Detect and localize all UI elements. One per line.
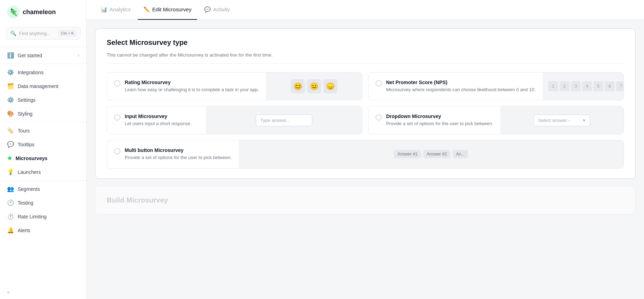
survey-option-nps-left: Net Promoter Score (NPS) Microsurvey whe… [368,72,543,100]
segments-icon: 👥 [7,186,14,192]
sidebar-item-styling[interactable]: 🎨 Styling [0,107,86,121]
survey-option-input-left: Input Microsurvey Let users input a shor… [107,106,206,134]
sidebar-label-integrations: Integrations [18,70,43,75]
card-title: Select Microsurvey type [107,39,624,47]
survey-option-dropdown[interactable]: Dropdown Microsurvey Provide a set of op… [368,106,624,134]
input-placeholder-text: Type answer... [256,115,312,126]
tab-activity-label: Activity [213,6,230,12]
dropdown-select-preview: Select answer - ▾ [533,115,590,126]
settings-icon: ⚙️ [7,96,14,103]
tab-analytics-label: Analytics [110,6,131,12]
sidebar-item-segments[interactable]: 👥 Segments [0,182,86,196]
search-placeholder: Find anything... [19,31,56,36]
nps-3: 3 [571,81,581,91]
sidebar-divider-2 [0,64,86,64]
multi-desc: Provide a set of options for the user to… [125,154,232,161]
build-title: Build Microsurvey [107,196,624,204]
multi-title: Multi button Microsurvey [125,147,232,153]
sidebar-collapse-button[interactable]: « [0,285,86,299]
rating-desc: Learn how easy or challenging it is to c… [125,87,259,93]
tab-activity[interactable]: 💬 Activity [199,0,236,20]
rating-preview: 😊 😐 😞 [266,72,362,100]
integrations-icon: ⚙️ [7,69,14,76]
sidebar-item-tours[interactable]: 🏷️ Tours [0,124,86,137]
sidebar-item-alerts[interactable]: 🔔 Alerts [0,223,86,237]
sidebar-item-launchers[interactable]: 💡 Launchers [0,165,86,179]
sidebar-label-microsurveys: Microsurveys [16,156,47,161]
survey-option-nps-text: Net Promoter Score (NPS) Microsurvey whe… [386,80,536,93]
survey-option-multi-text: Multi button Microsurvey Provide a set o… [125,147,232,161]
multi-btn-1: Answer #1 [394,150,421,158]
input-preview-area: Type answer... [206,106,362,134]
nps-4: 4 [582,81,592,91]
sidebar-item-settings[interactable]: ⚙️ Settings [0,93,86,107]
sidebar-item-rate-limiting[interactable]: ⏱️ Rate Limiting [0,210,86,223]
sidebar-item-data-management[interactable]: 🗂️ Data management [0,79,86,93]
edit-icon: ✏️ [143,6,150,13]
nps-numbers-row: 1 2 3 4 5 6 7 [548,81,624,91]
card-subtitle: This cannot be changed after the Microsu… [107,52,624,64]
tab-edit-microsurvey[interactable]: ✏️ Edit Microsurvey [138,0,197,20]
activity-icon: 💬 [204,6,211,13]
survey-option-rating[interactable]: Rating Microsurvey Learn how easy or cha… [107,72,362,100]
launchers-icon: 💡 [7,169,14,175]
dropdown-chevron-icon: ▾ [583,118,585,123]
page-content: Select Microsurvey type This cannot be c… [87,20,644,299]
sidebar-label-get-started: Get started [18,53,42,58]
input-title: Input Microsurvey [125,113,191,119]
sidebar-item-testing[interactable]: 🕐 Testing [0,196,86,210]
dropdown-title: Dropdown Microsurvey [386,113,493,119]
multi-preview-area: Answer #1 Answer #2 An... [239,140,624,168]
radio-dropdown [376,114,382,121]
sidebar-item-integrations[interactable]: ⚙️ Integrations [0,65,86,79]
testing-icon: 🕐 [7,199,14,206]
multi-button-row: Answer #1 Answer #2 An... [394,150,468,158]
sidebar-divider-3 [0,122,86,122]
emoji-neutral: 😐 [307,79,321,93]
radio-rating [114,80,120,87]
sidebar-item-get-started[interactable]: ℹ️ Get started › [0,48,86,62]
survey-option-dropdown-text: Dropdown Microsurvey Provide a set of op… [386,113,493,127]
data-management-icon: 🗂️ [7,83,14,89]
tab-analytics[interactable]: 📊 Analytics [95,0,136,20]
survey-option-dropdown-left: Dropdown Microsurvey Provide a set of op… [368,106,500,134]
dropdown-desc: Provide a set of options for the user to… [386,121,493,127]
microsurveys-icon: ★ [7,155,12,162]
tabs-bar: 📊 Analytics ✏️ Edit Microsurvey 💬 Activi… [87,0,644,20]
nps-5: 5 [593,81,603,91]
sidebar-label-segments: Segments [18,186,40,192]
sidebar-label-rate-limiting: Rate Limiting [18,214,47,219]
collapse-icon: « [7,289,10,295]
sidebar-label-testing: Testing [18,200,33,206]
survey-option-rating-text: Rating Microsurvey Learn how easy or cha… [125,80,259,93]
tooltips-icon: 💬 [7,141,14,148]
radio-multi [114,148,120,154]
sidebar-item-microsurveys[interactable]: ★ Microsurveys [0,151,86,165]
survey-option-input[interactable]: Input Microsurvey Let users input a shor… [107,106,362,134]
radio-nps [376,80,382,87]
emoji-happy: 😊 [291,79,305,93]
radio-input [114,114,120,121]
search-bar[interactable]: 🔍 Find anything... Ctrl + K [6,27,81,40]
search-shortcut: Ctrl + K [59,30,76,36]
sidebar-item-tooltips[interactable]: 💬 Tooltips [0,137,86,151]
dropdown-placeholder: Select answer - [538,118,570,123]
nps-desc: Microsurvey where respondents can choose… [386,87,536,93]
survey-options-grid: Rating Microsurvey Learn how easy or cha… [107,72,624,169]
sidebar-label-alerts: Alerts [18,228,30,233]
survey-option-input-text: Input Microsurvey Let users input a shor… [125,113,191,127]
multi-btn-2: Answer #2 [423,150,450,158]
survey-option-nps[interactable]: Net Promoter Score (NPS) Microsurvey whe… [368,72,624,100]
sidebar-divider-1 [0,47,86,47]
sidebar-label-tooltips: Tooltips [18,142,34,147]
survey-option-multi-button[interactable]: Multi button Microsurvey Provide a set o… [107,140,624,168]
survey-option-rating-left: Rating Microsurvey Learn how easy or cha… [107,72,266,100]
chevron-right-icon: › [78,53,79,58]
sidebar: 🦎 chameleon 🔍 Find anything... Ctrl + K … [0,0,87,299]
build-microsurvey-section: Build Microsurvey [95,186,636,215]
styling-icon: 🎨 [7,110,14,117]
nps-1: 1 [548,81,558,91]
analytics-icon: 📊 [101,6,107,13]
sidebar-label-styling: Styling [18,111,33,117]
emoji-sad: 😞 [323,79,337,93]
